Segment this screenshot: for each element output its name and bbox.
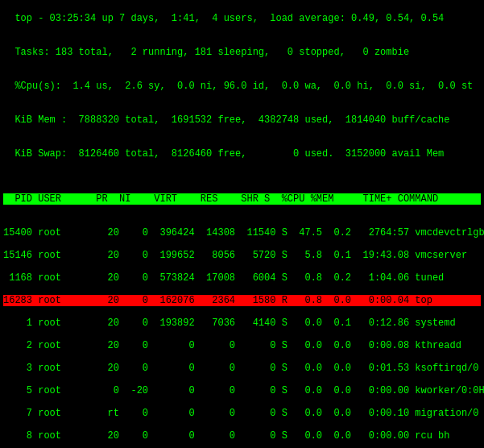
table-row: 5 root 0 -20 0 0 0 S 0.0 0.0 0:00.00 kwo… [3,385,481,396]
table-row: 7 root rt 0 0 0 0 S 0.0 0.0 0:00.10 migr… [3,408,481,419]
process-table: 15400 root 20 0 396424 14308 11540 S 47.… [3,227,481,448]
header-line5: KiB Swap: 8126460 total, 8126460 free, 0… [14,148,444,160]
header-line2: Tasks: 183 total, 2 running, 181 sleepin… [14,47,409,58]
terminal-window: top - 03:25:34 up 7 days, 1:41, 4 users,… [0,0,484,448]
header-line1: top - 03:25:34 up 7 days, 1:41, 4 users,… [14,13,444,24]
table-row: 8 root 20 0 0 0 0 S 0.0 0.0 0:00.00 rcu … [3,430,481,442]
table-row: 16283 root 20 0 162076 2364 1580 R 0.8 0… [3,295,481,306]
table-row: 15146 root 20 0 199652 8056 5720 S 5.8 0… [3,250,481,261]
table-row: 1168 root 20 0 573824 17008 6004 S 0.8 0… [3,272,481,284]
table-header: PID USER PR NI VIRT RES SHR S %CPU %MEM … [3,193,481,205]
table-row: 1 root 20 0 193892 7036 4140 S 0.0 0.1 0… [3,317,481,329]
table-row: 2 root 20 0 0 0 0 S 0.0 0.0 0:00.08 kthr… [3,340,481,351]
header-line3: %Cpu(s): 1.4 us, 2.6 sy, 0.0 ni, 96.0 id… [14,81,473,92]
header-line4: KiB Mem : 7888320 total, 1691532 free, 4… [14,114,449,126]
table-row: 3 root 20 0 0 0 0 S 0.0 0.0 0:01.53 ksof… [3,363,481,374]
table-row: 15400 root 20 0 396424 14308 11540 S 47.… [3,227,481,239]
